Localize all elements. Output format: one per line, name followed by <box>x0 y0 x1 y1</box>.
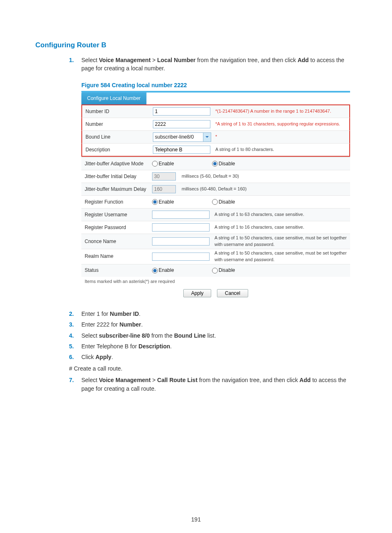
register-password-input[interactable] <box>152 223 210 232</box>
description-input[interactable] <box>153 146 210 154</box>
text: . <box>111 354 113 360</box>
label-status: Status <box>85 267 152 274</box>
text-bold: Apply <box>95 354 111 360</box>
bound-line-select[interactable]: subscriber-line8/0 <box>153 132 211 142</box>
jitter-adaptive-disable-radio[interactable]: Disable <box>212 160 235 167</box>
tab-configure-local-number[interactable]: Configure Local Number <box>81 93 147 104</box>
text: Select <box>81 57 99 63</box>
number-id-input[interactable] <box>153 107 210 116</box>
text-bold: Add <box>297 57 309 63</box>
status-enable-radio[interactable]: Enable <box>152 267 174 274</box>
text-bold: Voice Management <box>99 377 151 383</box>
text-bold: Voice Management <box>99 57 151 63</box>
realm-name-input[interactable] <box>152 253 210 261</box>
text-bold: subscriber-line 8/0 <box>99 332 150 339</box>
text: Enter Telephone B for <box>81 343 138 350</box>
radio-label: Disable <box>219 267 235 274</box>
text: > <box>151 57 157 63</box>
radio-label: Enable <box>159 199 174 206</box>
text: Enter 1 for <box>81 311 110 317</box>
step-5: Enter Telephone B for Description. <box>81 342 357 350</box>
help-realm-name: A string of 1 to 50 characters, case sen… <box>212 250 347 263</box>
text-bold: Number ID <box>110 311 139 317</box>
step-4: Select subscriber-line 8/0 from the Boun… <box>81 331 357 340</box>
figure-caption: Figure 584 Creating local number 2222 <box>81 81 357 89</box>
jitter-max-input <box>152 185 176 193</box>
step-2: Enter 1 for Number ID. <box>81 310 357 318</box>
text: Enter 2222 for <box>81 321 120 328</box>
label-register-function: Register Function <box>85 199 152 206</box>
chevron-down-icon <box>203 133 211 141</box>
register-function-disable-radio[interactable]: Disable <box>212 199 235 206</box>
step-3: Enter 2222 for Number. <box>81 320 357 329</box>
register-username-input[interactable] <box>152 211 210 219</box>
text: from the navigation tree, and then click <box>198 377 300 383</box>
help-cnonce-name: A string of 1 to 50 characters, case sen… <box>212 235 347 248</box>
label-number: Number <box>85 121 153 128</box>
text: from the navigation tree, and then click <box>196 57 297 63</box>
text: . <box>170 343 172 350</box>
help-register-password: A string of 1 to 16 characters, case sen… <box>212 224 347 231</box>
label-cnonce-name: Cnonce Name <box>85 238 152 245</box>
help-description: A string of 1 to 80 characters. <box>213 146 346 153</box>
status-disable-radio[interactable]: Disable <box>212 267 235 274</box>
label-description: Description <box>85 146 153 153</box>
text: . <box>139 311 141 317</box>
hash-note: # Create a call route. <box>69 365 357 372</box>
help-bound-line: * <box>213 134 346 140</box>
text-bold: Add <box>300 377 311 383</box>
label-jitter-adaptive: Jitter-buffer Adaptive Mode <box>85 160 152 167</box>
radio-label: Enable <box>159 160 174 167</box>
text-bold: Local Number <box>157 57 196 63</box>
step-7: Select Voice Management > Call Route Lis… <box>81 376 357 393</box>
step-1: Select Voice Management > Local Number f… <box>81 56 357 301</box>
label-register-password: Register Password <box>85 224 152 231</box>
help-number-id: *(1-2147483647) A number in the range 1 … <box>213 108 346 115</box>
unit-jitter-initial: millisecs (5-60, Default = 30) <box>179 173 239 180</box>
text: from the <box>150 332 174 339</box>
page-number: 191 <box>35 516 357 523</box>
radio-label: Disable <box>219 199 235 206</box>
label-number-id: Number ID <box>85 108 153 115</box>
text: . <box>141 321 143 328</box>
label-bound-line: Bound Line <box>85 134 153 141</box>
register-function-enable-radio[interactable]: Enable <box>152 199 174 206</box>
required-note: Items marked with an asterisk(*) are req… <box>81 277 350 285</box>
form-screenshot: Configure Local Number Number ID *(1-214… <box>81 91 350 301</box>
jitter-initial-input <box>152 172 176 181</box>
apply-button[interactable]: Apply <box>183 289 211 297</box>
jitter-adaptive-enable-radio[interactable]: Enable <box>152 160 174 167</box>
section-title: Configuring Router B <box>35 41 357 49</box>
label-jitter-max: Jitter-buffer Maximum Delay <box>85 186 152 193</box>
cnonce-name-input[interactable] <box>152 237 210 246</box>
text: Select <box>81 377 99 383</box>
text: > <box>151 377 157 383</box>
text-bold: Bound Line <box>174 332 206 339</box>
text: Select <box>81 332 99 339</box>
unit-jitter-max: millisecs (60-480, Default = 160) <box>179 186 247 192</box>
radio-label: Disable <box>219 160 235 167</box>
label-realm-name: Realm Name <box>85 253 152 260</box>
bound-line-value: subscriber-line8/0 <box>153 133 203 141</box>
number-input[interactable] <box>153 120 210 128</box>
text-bold: Call Route List <box>157 377 198 383</box>
text-bold: Number <box>120 321 141 328</box>
label-jitter-initial: Jitter-buffer Initial Delay <box>85 173 152 180</box>
text-bold: Description <box>138 343 170 350</box>
help-register-username: A string of 1 to 63 characters, case sen… <box>212 211 347 218</box>
step-6: Click Apply. <box>81 353 357 361</box>
label-register-username: Register Username <box>85 211 152 218</box>
help-number: *A string of 1 to 31 characters, support… <box>213 121 346 127</box>
text: list. <box>206 332 216 339</box>
text: Click <box>81 354 95 360</box>
cancel-button[interactable]: Cancel <box>217 289 248 297</box>
radio-label: Enable <box>159 267 174 274</box>
